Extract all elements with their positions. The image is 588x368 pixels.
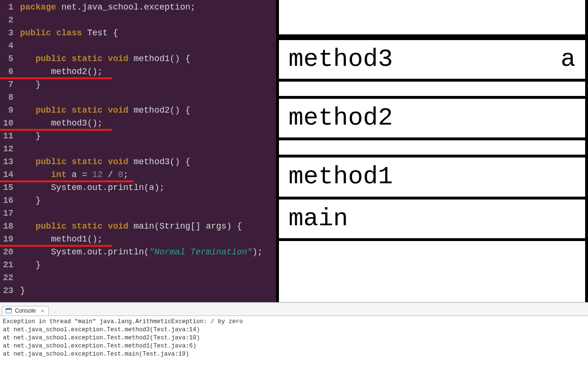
console-icon xyxy=(5,307,12,314)
stack-frame-label: method3 xyxy=(289,46,393,73)
console-panel: Console ✕ Exception in thread "main" jav… xyxy=(0,302,588,368)
code-content[interactable]: } xyxy=(16,259,276,272)
line-number: 10 xyxy=(0,117,16,130)
error-underline xyxy=(0,77,112,79)
stack-frame-var: a xyxy=(561,46,576,73)
error-underline xyxy=(0,245,112,247)
code-line[interactable]: 14 int a = 12 / 0; xyxy=(0,168,276,181)
line-number: 20 xyxy=(0,246,16,259)
close-icon[interactable]: ✕ xyxy=(41,308,44,314)
code-editor[interactable]: 1package net.java_school.exception;23pub… xyxy=(0,0,276,302)
svg-rect-1 xyxy=(6,308,11,310)
line-number: 9 xyxy=(0,104,16,117)
error-underline xyxy=(0,180,134,182)
code-line[interactable]: 23} xyxy=(0,284,276,297)
stack-frame-label: method2 xyxy=(289,105,393,132)
code-content[interactable] xyxy=(16,207,276,220)
console-tab[interactable]: Console ✕ xyxy=(2,306,49,315)
code-line[interactable]: 4 xyxy=(0,40,276,53)
line-number: 21 xyxy=(0,259,16,272)
line-number: 4 xyxy=(0,40,16,53)
code-content[interactable]: } xyxy=(16,284,276,297)
line-number: 5 xyxy=(0,53,16,65)
code-content[interactable]: int a = 12 / 0; xyxy=(16,168,276,181)
code-content[interactable] xyxy=(16,272,276,284)
stack-frame-method3: method3 a xyxy=(279,37,585,82)
line-number: 23 xyxy=(0,284,16,297)
line-number: 13 xyxy=(0,156,16,168)
code-content[interactable]: public static void method1() { xyxy=(16,53,276,65)
code-line[interactable]: 8 xyxy=(0,91,276,104)
line-number: 12 xyxy=(0,143,16,156)
call-stack-diagram: method3 a method2 method1 main xyxy=(276,0,588,302)
code-line[interactable]: 9 public static void method2() { xyxy=(0,104,276,117)
code-line[interactable]: 19 method1(); xyxy=(0,233,276,246)
code-line[interactable]: 6 method2(); xyxy=(0,65,276,78)
stack-frame-method1: method1 xyxy=(279,155,585,199)
code-content[interactable]: } xyxy=(16,194,276,207)
stack-frame-label: main xyxy=(289,205,348,232)
code-content[interactable]: public static void method3() { xyxy=(16,156,276,168)
code-content[interactable] xyxy=(16,143,276,156)
line-number: 1 xyxy=(0,1,16,14)
code-content[interactable]: method3(); xyxy=(16,117,276,130)
code-content[interactable]: public class Test { xyxy=(16,27,276,40)
code-content[interactable]: System.out.println("Normal Termination")… xyxy=(16,246,276,259)
error-underline xyxy=(0,129,112,131)
code-line[interactable]: 2 xyxy=(0,14,276,27)
code-line[interactable]: 1package net.java_school.exception; xyxy=(0,1,276,14)
line-number: 2 xyxy=(0,14,16,27)
code-line[interactable]: 20 System.out.println("Normal Terminatio… xyxy=(0,246,276,259)
code-content[interactable]: public static void method2() { xyxy=(16,104,276,117)
code-content[interactable]: package net.java_school.exception; xyxy=(16,1,276,14)
line-number: 17 xyxy=(0,207,16,220)
console-tab-label: Console xyxy=(15,307,36,314)
console-tabbar: Console ✕ xyxy=(0,303,588,316)
stack-frame-label: method1 xyxy=(289,163,393,190)
line-number: 8 xyxy=(0,91,16,104)
code-content[interactable]: System.out.println(a); xyxy=(16,181,276,194)
code-line[interactable]: 10 method3(); xyxy=(0,117,276,130)
line-number: 19 xyxy=(0,233,16,246)
code-content[interactable] xyxy=(16,40,276,53)
line-number: 16 xyxy=(0,194,16,207)
line-number: 22 xyxy=(0,272,16,284)
code-line[interactable]: 17 xyxy=(0,207,276,220)
code-line[interactable]: 7 } xyxy=(0,78,276,91)
code-line[interactable]: 16 } xyxy=(0,194,276,207)
line-number: 18 xyxy=(0,220,16,233)
code-content[interactable]: } xyxy=(16,78,276,91)
code-line[interactable]: 21 } xyxy=(0,259,276,272)
code-line[interactable]: 18 public static void main(String[] args… xyxy=(0,220,276,233)
code-content[interactable] xyxy=(16,14,276,27)
line-number: 15 xyxy=(0,181,16,194)
code-line[interactable]: 13 public static void method3() { xyxy=(0,156,276,168)
line-number: 7 xyxy=(0,78,16,91)
line-number: 11 xyxy=(0,130,16,143)
code-content[interactable]: } xyxy=(16,130,276,143)
code-line[interactable]: 15 System.out.println(a); xyxy=(0,181,276,194)
code-line[interactable]: 3public class Test { xyxy=(0,27,276,40)
console-output[interactable]: Exception in thread "main" java.lang.Ari… xyxy=(0,316,588,360)
code-line[interactable]: 11 } xyxy=(0,130,276,143)
code-content[interactable] xyxy=(16,91,276,104)
code-content[interactable]: public static void main(String[] args) { xyxy=(16,220,276,233)
stack-frame-main: main xyxy=(279,200,585,241)
code-content[interactable]: method1(); xyxy=(16,233,276,246)
code-line[interactable]: 22 xyxy=(0,272,276,284)
line-number: 6 xyxy=(0,65,16,78)
line-number: 14 xyxy=(0,168,16,181)
line-number: 3 xyxy=(0,27,16,40)
code-line[interactable]: 5 public static void method1() { xyxy=(0,53,276,65)
code-line[interactable]: 12 xyxy=(0,143,276,156)
code-content[interactable]: method2(); xyxy=(16,65,276,78)
stack-frame-method2: method2 xyxy=(279,96,585,140)
